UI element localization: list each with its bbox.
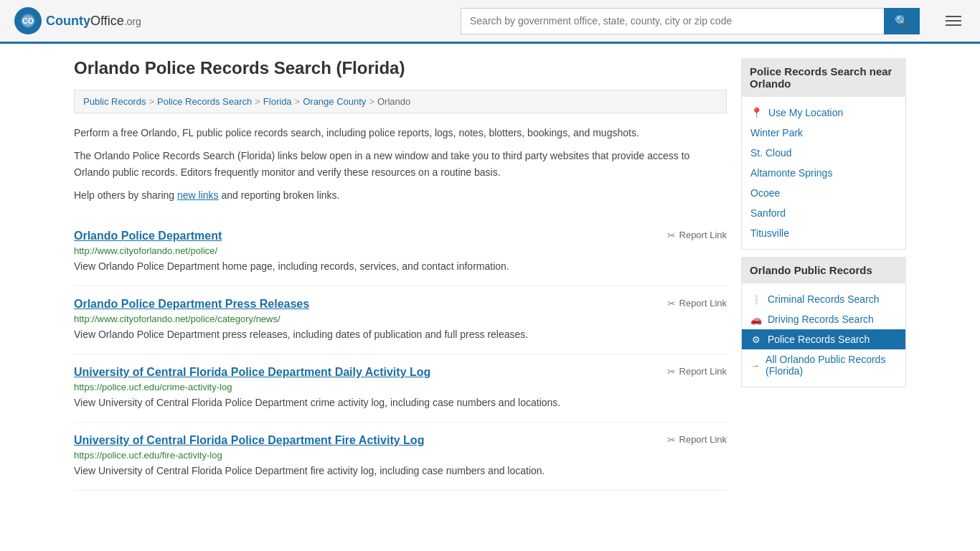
record-header: University of Central Florida Police Dep… xyxy=(74,366,727,379)
sidebar-item-police-records[interactable]: ⚙ Police Records Search xyxy=(742,329,905,349)
sidebar-item-criminal-records[interactable]: ❕ Criminal Records Search xyxy=(742,289,905,309)
use-location-label: Use My Location xyxy=(768,107,843,118)
report-link-button[interactable]: ✂ Report Link xyxy=(667,434,727,446)
description-para1: Perform a free Orlando, FL public police… xyxy=(74,125,727,141)
logo-icon: CO xyxy=(14,7,42,34)
record-header: University of Central Florida Police Dep… xyxy=(74,434,727,447)
breadcrumb: Public Records > Police Records Search >… xyxy=(74,90,727,113)
record-header: Orlando Police Department Press Releases… xyxy=(74,298,727,311)
sidebar-nearby-content: 📍 Use My Location Winter Park St. Cloud … xyxy=(741,97,906,250)
site-header: CO CountyOffice.org 🔍 xyxy=(0,0,980,44)
breadcrumb-link-orange-county[interactable]: Orange County xyxy=(303,96,366,107)
location-icon: 📍 xyxy=(750,107,763,118)
record-item: Orlando Police Department Press Releases… xyxy=(74,286,727,354)
main-container: Orlando Police Records Search (Florida) … xyxy=(60,44,920,505)
sidebar-public-records-header: Orlando Public Records xyxy=(741,257,906,283)
report-link-button[interactable]: ✂ Report Link xyxy=(667,366,727,377)
sidebar-nearby-section: Police Records Search near Orlando 📍 Use… xyxy=(741,58,906,250)
menu-icon-bar xyxy=(946,16,961,17)
report-link-label: Report Link xyxy=(679,298,727,309)
breadcrumb-sep: > xyxy=(295,96,301,107)
svg-text:CO: CO xyxy=(22,17,34,25)
report-icon: ✂ xyxy=(667,298,676,309)
logo-link[interactable]: CO CountyOffice.org xyxy=(14,7,141,34)
breadcrumb-sep: > xyxy=(149,96,154,107)
sidebar-item-winter-park[interactable]: Winter Park xyxy=(742,123,905,143)
description-block: Perform a free Orlando, FL public police… xyxy=(74,125,727,204)
search-icon: 🔍 xyxy=(895,15,909,27)
sidebar-public-records-section: Orlando Public Records ❕ Criminal Record… xyxy=(741,257,906,387)
report-link-button[interactable]: ✂ Report Link xyxy=(667,298,727,309)
record-title[interactable]: Orlando Police Department xyxy=(74,230,222,242)
logo-text: CountyOffice.org xyxy=(46,14,141,29)
menu-icon-bar xyxy=(946,24,961,26)
report-link-button[interactable]: ✂ Report Link xyxy=(667,230,727,241)
breadcrumb-link-public-records[interactable]: Public Records xyxy=(83,96,146,107)
search-container: 🔍 xyxy=(461,8,920,34)
page-title: Orlando Police Records Search (Florida) xyxy=(74,58,727,78)
record-item: Orlando Police Department ✂ Report Link … xyxy=(74,218,727,286)
breadcrumb-link-florida[interactable]: Florida xyxy=(263,96,292,107)
breadcrumb-sep: > xyxy=(369,96,374,107)
record-url[interactable]: http://www.cityoforlando.net/police/cate… xyxy=(74,314,727,324)
breadcrumb-sep: > xyxy=(255,96,260,107)
record-url[interactable]: https://police.ucf.edu/crime-activity-lo… xyxy=(74,382,727,392)
report-link-label: Report Link xyxy=(679,230,727,240)
exclamation-icon: ❕ xyxy=(750,294,762,305)
breadcrumb-current: Orlando xyxy=(377,96,410,107)
sidebar-item-altamonte-springs[interactable]: Altamonte Springs xyxy=(742,163,905,183)
breadcrumb-link-police-records[interactable]: Police Records Search xyxy=(157,96,252,107)
record-header: Orlando Police Department ✂ Report Link xyxy=(74,230,727,242)
sidebar-public-records-content: ❕ Criminal Records Search 🚗 Driving Reco… xyxy=(741,283,906,387)
sidebar-item-label: Criminal Records Search xyxy=(768,293,880,305)
record-description: View University of Central Florida Polic… xyxy=(74,395,727,410)
sidebar-item-label: Driving Records Search xyxy=(768,314,874,325)
new-links-link[interactable]: new links xyxy=(177,189,219,201)
search-input[interactable] xyxy=(461,8,884,34)
record-description: View Orlando Police Department home page… xyxy=(74,259,727,274)
report-icon: ✂ xyxy=(667,366,676,377)
report-link-label: Report Link xyxy=(679,366,727,377)
sidebar-item-sanford[interactable]: Sanford xyxy=(742,203,905,223)
gear-icon: ⚙ xyxy=(750,334,762,345)
sidebar-item-titusville[interactable]: Titusville xyxy=(742,223,905,243)
record-item: University of Central Florida Police Dep… xyxy=(74,354,727,423)
record-title[interactable]: University of Central Florida Police Dep… xyxy=(74,434,424,447)
sidebar-item-ocoee[interactable]: Ocoee xyxy=(742,183,905,203)
sidebar-item-driving-records[interactable]: 🚗 Driving Records Search xyxy=(742,309,905,329)
record-url[interactable]: http://www.cityoforlando.net/police/ xyxy=(74,245,727,256)
report-link-label: Report Link xyxy=(679,434,727,445)
record-description: View University of Central Florida Polic… xyxy=(74,463,727,479)
sidebar-item-label: Police Records Search xyxy=(768,334,870,345)
arrow-icon: → xyxy=(750,360,760,371)
record-title[interactable]: Orlando Police Department Press Releases xyxy=(74,298,309,311)
sidebar: Police Records Search near Orlando 📍 Use… xyxy=(741,58,906,491)
record-title[interactable]: University of Central Florida Police Dep… xyxy=(74,366,430,379)
description-para2: The Orlando Police Records Search (Flori… xyxy=(74,148,727,180)
records-list: Orlando Police Department ✂ Report Link … xyxy=(74,218,727,491)
report-icon: ✂ xyxy=(667,230,676,241)
sidebar-item-all-records[interactable]: → All Orlando Public Records (Florida) xyxy=(742,349,905,381)
menu-icon-bar xyxy=(946,20,961,22)
content-area: Orlando Police Records Search (Florida) … xyxy=(74,58,727,491)
record-item: University of Central Florida Police Dep… xyxy=(74,423,727,491)
sidebar-item-label: All Orlando Public Records (Florida) xyxy=(765,354,897,377)
description-para3: Help others by sharing new links and rep… xyxy=(74,187,727,203)
sidebar-item-st-cloud[interactable]: St. Cloud xyxy=(742,143,905,163)
record-url[interactable]: https://police.ucf.edu/fire-activity-log xyxy=(74,450,727,461)
menu-button[interactable] xyxy=(941,11,966,30)
report-icon: ✂ xyxy=(667,434,676,446)
use-location-link[interactable]: 📍 Use My Location xyxy=(742,103,905,123)
record-description: View Orlando Police Department press rel… xyxy=(74,327,727,342)
search-button[interactable]: 🔍 xyxy=(884,8,920,34)
sidebar-nearby-header: Police Records Search near Orlando xyxy=(741,58,906,97)
car-icon: 🚗 xyxy=(750,314,762,325)
